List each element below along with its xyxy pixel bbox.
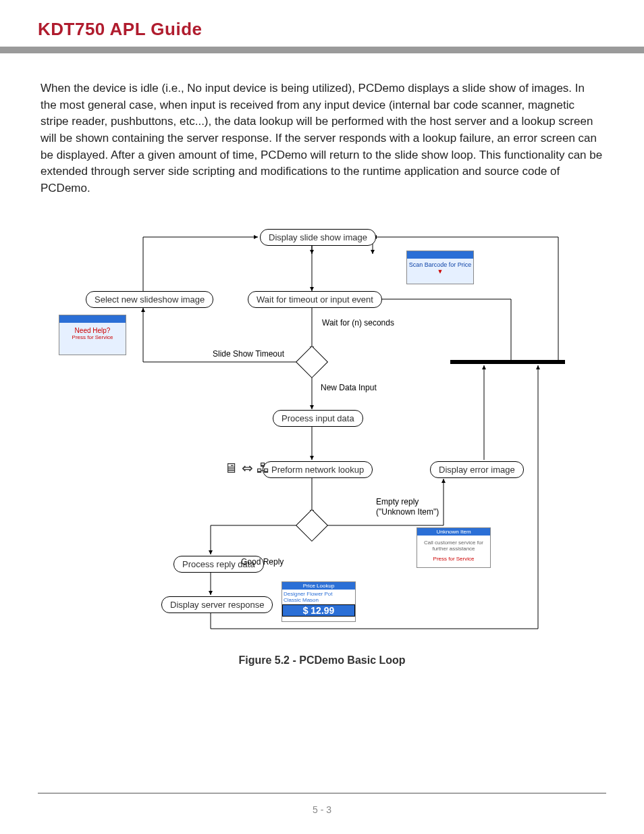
svg-rect-22: [450, 360, 565, 364]
thumb-scan-barcode: Scan Barcode for Price ▼: [406, 251, 474, 284]
header-rule: [0, 47, 644, 53]
node-process-input: Process input data: [273, 410, 363, 427]
node-display-error: Display error image: [430, 461, 524, 478]
label-wait-seconds: Wait for (n) seconds: [322, 318, 394, 328]
label-slideshow-timeout: Slide Show Timeout: [213, 349, 284, 359]
thumb-price-lookup: Price Lookup Designer Flower PotClassic …: [281, 581, 356, 622]
label-new-data-input: New Data Input: [321, 383, 377, 392]
node-select-new: Select new slideshow image: [86, 291, 213, 308]
flowchart-figure: Display slide show image Select new slid…: [38, 217, 606, 649]
label-empty-reply-2: ("Unknown Item"): [376, 507, 439, 517]
page-title: KDT750 APL Guide: [38, 19, 644, 40]
figure-caption: Figure 5.2 - PCDemo Basic Loop: [0, 654, 644, 667]
label-good-reply: Good Reply: [241, 557, 284, 567]
page-number: 5 - 3: [0, 804, 644, 815]
node-wait-event: Wait for timeout or input event: [248, 291, 382, 308]
thumb-need-help: Need Help? Press for Service: [59, 315, 126, 355]
node-display-response: Display server response: [161, 596, 273, 613]
node-network-lookup: Preform network lookup: [263, 461, 373, 478]
computer-icon: 🖥 ⇔ 🖧: [224, 460, 270, 476]
thumb-unknown-item: Unknown Item Call customer service for f…: [417, 527, 491, 568]
node-display-slide: Display slide show image: [260, 229, 376, 246]
footer-rule: [38, 793, 606, 793]
label-empty-reply-1: Empty reply: [376, 497, 419, 506]
body-paragraph: When the device is idle (i.e., No input …: [41, 80, 603, 197]
